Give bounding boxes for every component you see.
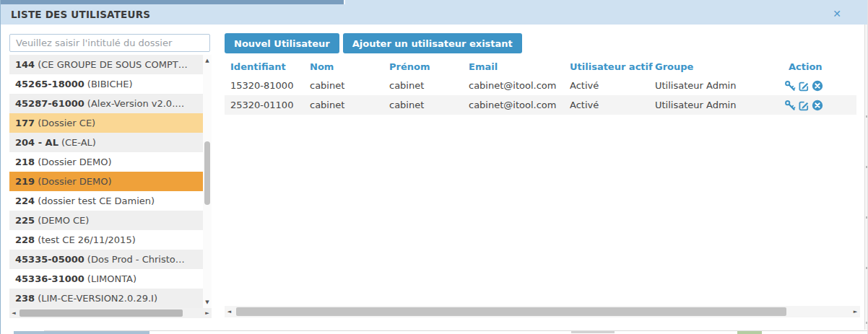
scroll-left-icon[interactable]: ◄ — [225, 306, 234, 317]
list-item[interactable]: 224(dossier test CE Damien) — [9, 191, 203, 211]
dossier-id: 45265-18000 — [15, 79, 84, 89]
scroll-up-icon[interactable]: ▲ — [203, 56, 212, 65]
dossier-id: 218 — [15, 157, 35, 167]
dossier-name: (test CE 26/11/2015) — [38, 234, 136, 245]
dossier-name: (BIBICHE) — [87, 79, 133, 89]
list-item[interactable]: 45287-61000(Alex-Version v2.0.26.A-GES… — [9, 94, 203, 113]
list-item[interactable]: 45336-31000(LIMONTA) — [9, 269, 203, 289]
dossier-name: (LIMONTA) — [87, 273, 136, 284]
background-page-fragment — [14, 331, 149, 334]
col-action: Action — [783, 61, 856, 72]
col-email: Email — [463, 61, 564, 72]
table-row: 25320-01100 cabinet cabinet cabinet@itoo… — [225, 95, 856, 115]
dossier-name: (Dos Prod - Christophe Cab… — [87, 254, 203, 265]
edit-icon[interactable] — [798, 100, 810, 111]
dossier-name: (Dossier DEMO) — [38, 176, 111, 187]
cell-prenom: cabinet — [383, 100, 463, 110]
dossier-id: 177 — [15, 118, 35, 128]
modal-title: LISTE DES UTILISATEURS — [11, 9, 150, 20]
dossier-list-vertical-scrollbar[interactable]: ▲ ▼ — [203, 55, 212, 308]
cell-actions — [783, 80, 856, 92]
cell-actif: Activé — [564, 100, 649, 110]
new-user-button[interactable]: Nouvel Utilisateur — [225, 33, 339, 53]
cell-identifiant: 25320-01100 — [225, 100, 304, 110]
horizontal-scroll-thumb[interactable] — [19, 309, 183, 317]
dossier-id: 45336-31000 — [15, 273, 84, 284]
delete-icon[interactable] — [812, 80, 823, 92]
list-item-selected[interactable]: 219(Dossier DEMO) — [9, 172, 203, 191]
scroll-right-icon[interactable]: ► — [851, 306, 860, 317]
col-nom: Nom — [304, 61, 383, 72]
scroll-right-icon[interactable]: ► — [203, 308, 212, 318]
users-list-modal: LISTE DES UTILISATEURS ✕ 144(CE GROUPE D… — [0, 0, 868, 334]
delete-icon[interactable] — [812, 100, 823, 111]
dossier-id: 228 — [15, 234, 35, 245]
cell-groupe: Utilisateur Admin — [649, 100, 783, 110]
horizontal-scroll-thumb[interactable] — [236, 307, 786, 316]
key-icon[interactable] — [784, 80, 796, 92]
dossier-id: 219 — [15, 176, 35, 187]
dossier-list: 144(CE GROUPE DE SOUS COMPTES) 45265-180… — [9, 55, 203, 308]
dossier-name: (DEMO CE) — [38, 215, 89, 226]
dossier-list-horizontal-scrollbar[interactable]: ◄ ► — [9, 308, 212, 318]
list-item[interactable]: 218(Dossier DEMO) — [9, 152, 203, 172]
dossier-id: 45335-05000 — [15, 254, 84, 265]
background-page-fragment — [737, 331, 762, 334]
cell-nom: cabinet — [304, 80, 383, 91]
list-item[interactable]: 204 - AL(CE-AL) — [9, 133, 203, 152]
list-item[interactable]: 45265-18000(BIBICHE) — [9, 74, 203, 94]
close-icon[interactable]: ✕ — [833, 7, 841, 20]
cell-prenom: cabinet — [383, 80, 463, 91]
scroll-left-icon[interactable]: ◄ — [9, 308, 18, 318]
add-existing-user-button[interactable]: Ajouter un utilisateur existant — [343, 33, 522, 53]
cell-actif: Activé — [564, 80, 649, 91]
cell-email: cabinet@itool.com — [463, 100, 564, 110]
scroll-down-icon[interactable]: ▼ — [203, 298, 212, 307]
cell-nom: cabinet — [304, 100, 383, 110]
list-item[interactable]: 45335-05000(Dos Prod - Christophe Cab… — [9, 250, 203, 269]
dossier-id: 238 — [15, 293, 35, 304]
dossier-id: 224 — [15, 195, 35, 206]
list-item[interactable]: 228(test CE 26/11/2015) — [9, 230, 203, 250]
dossier-id: 45287-61000 — [15, 98, 84, 109]
modal-header: LISTE DES UTILISATEURS ✕ — [1, 4, 868, 25]
vertical-scroll-thumb[interactable] — [204, 141, 210, 205]
dossier-name: (CE GROUPE DE SOUS COMPTES) — [38, 59, 194, 70]
table-horizontal-scrollbar[interactable]: ◄ ► — [225, 306, 860, 317]
background-page-scrollbar — [864, 25, 868, 330]
col-identifiant: Identifiant — [225, 61, 304, 72]
dossier-name: (CE-AL) — [61, 137, 96, 148]
col-utilisateur-actif: Utilisateur actif — [564, 61, 649, 72]
list-item[interactable]: 238(LIM-CE-VERSION2.0.29.I) — [9, 289, 203, 308]
users-table-header: Identifiant Nom Prénom Email Utilisateur… — [225, 59, 856, 74]
list-item-selected-light[interactable]: 177(Dossier CE) — [9, 113, 203, 133]
background-page-fragment — [571, 331, 615, 333]
cell-groupe: Utilisateur Admin — [649, 80, 783, 91]
dossier-name: (LIM-CE-VERSION2.0.29.I) — [38, 293, 157, 304]
dossier-name: (Dossier CE) — [38, 118, 95, 128]
edit-icon[interactable] — [798, 80, 810, 92]
cell-identifiant: 15320-81000 — [225, 80, 304, 91]
col-prenom: Prénom — [383, 61, 463, 72]
dossier-id: 144 — [15, 59, 35, 70]
list-item[interactable]: 225(DEMO CE) — [9, 211, 203, 230]
dossier-id: 204 - AL — [15, 137, 58, 148]
table-row: 15320-81000 cabinet cabinet cabinet@itoo… — [225, 76, 856, 95]
dossier-search-input[interactable] — [9, 34, 210, 52]
cell-email: cabinet@itool.com — [463, 80, 564, 91]
dossier-name: (dossier test CE Damien) — [38, 195, 155, 206]
dossier-name: (Alex-Version v2.0.26.A-GES… — [87, 98, 203, 109]
list-item[interactable]: 144(CE GROUPE DE SOUS COMPTES) — [9, 55, 203, 74]
user-toolbar: Nouvel Utilisateur Ajouter un utilisateu… — [225, 33, 522, 53]
col-groupe: Groupe — [649, 61, 783, 72]
cell-actions — [783, 100, 856, 111]
dossier-id: 225 — [15, 215, 35, 226]
dossier-name: (Dossier DEMO) — [38, 157, 111, 167]
key-icon[interactable] — [784, 100, 796, 111]
